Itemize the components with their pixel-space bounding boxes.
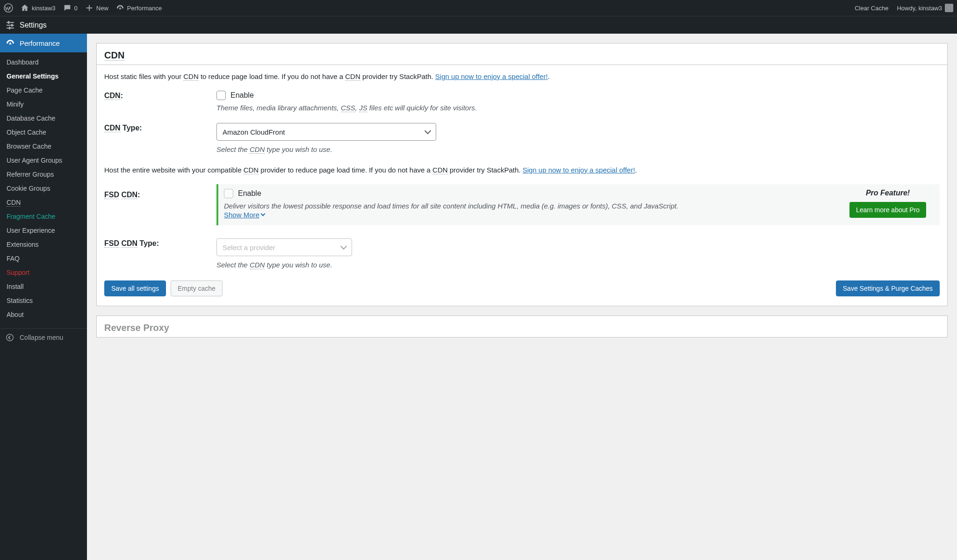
sidebar-item[interactable]: Database Cache	[0, 111, 87, 125]
cdn-panel: CDN Host static files with your CDN to r…	[96, 43, 948, 306]
sidebar-item[interactable]: Cookie Groups	[0, 181, 87, 195]
fsd-desc: Deliver visitors the lowest possible res…	[224, 201, 834, 211]
admin-bar-right: Clear Cache Howdy, kinstaw3	[855, 4, 953, 12]
cdn-enable-row: CDN: Enable Theme files, media library a…	[104, 91, 940, 113]
sidebar-item[interactable]: Browser Cache	[0, 139, 87, 153]
submenu: DashboardGeneral SettingsPage CacheMinif…	[0, 52, 87, 328]
learn-pro-button[interactable]: Learn more about Pro	[849, 202, 926, 218]
fsd-intro: Host the entire website with your compat…	[104, 165, 940, 176]
signup-link-2[interactable]: Sign up now to enjoy a special offer!	[523, 166, 635, 174]
perf-link[interactable]: Performance	[116, 4, 162, 12]
cdn-type-desc: Select the CDN type you wish to use.	[216, 144, 940, 155]
sidebar-item[interactable]: Statistics	[0, 294, 87, 308]
howdy-link[interactable]: Howdy, kinstaw3	[897, 4, 953, 12]
fsd-enable-checkbox	[224, 189, 233, 198]
pro-feature-box: Enable Deliver visitors the lowest possi…	[216, 184, 940, 226]
settings-bar: Settings	[0, 16, 957, 34]
wp-logo[interactable]	[4, 3, 13, 13]
sidebar-item[interactable]: Install	[0, 280, 87, 294]
sidebar-item[interactable]: Fragment Cache	[0, 209, 87, 223]
svg-rect-2	[7, 25, 14, 26]
menu-top-performance[interactable]: Performance	[0, 34, 87, 52]
sidebar-item[interactable]: General Settings	[0, 69, 87, 83]
save-purge-button[interactable]: Save Settings & Purge Caches	[836, 280, 940, 296]
collapse-menu[interactable]: Collapse menu	[0, 328, 87, 346]
cdn-enable-desc: Theme files, media library attachments, …	[216, 103, 940, 113]
fsd-enable-label: Enable	[238, 189, 261, 198]
content-area: CDN Host static files with your CDN to r…	[87, 34, 957, 560]
reverse-proxy-heading: Reverse Proxy	[104, 323, 940, 333]
chevron-down-icon	[340, 243, 347, 250]
collapse-icon	[6, 333, 14, 342]
sidebar-item[interactable]: Referrer Groups	[0, 167, 87, 181]
save-all-button[interactable]: Save all settings	[104, 280, 166, 296]
collapse-label: Collapse menu	[20, 334, 63, 341]
site-name: kinstaw3	[32, 5, 56, 12]
sidebar-item[interactable]: User Experience	[0, 223, 87, 237]
sidebar-item[interactable]: Page Cache	[0, 83, 87, 97]
plus-icon	[85, 4, 94, 12]
avatar	[945, 4, 953, 12]
svg-rect-4	[8, 21, 9, 24]
howdy-text: Howdy, kinstaw3	[897, 5, 942, 12]
fsd-type-row: FSD CDN Type: Select a provider Select t…	[104, 238, 940, 270]
admin-sidebar: Performance DashboardGeneral SettingsPag…	[0, 34, 87, 560]
admin-bar: kinstaw3 0 New Performance Clear Cache H…	[0, 0, 957, 16]
clear-cache-link[interactable]: Clear Cache	[855, 5, 888, 12]
sidebar-item[interactable]: User Agent Groups	[0, 153, 87, 167]
button-row: Save all settings Empty cache Save Setti…	[104, 280, 940, 296]
svg-rect-1	[7, 22, 14, 23]
cdn-heading: CDN	[97, 43, 947, 65]
home-icon	[21, 4, 29, 12]
svg-rect-5	[11, 24, 13, 27]
svg-point-7	[7, 334, 13, 341]
sidebar-item[interactable]: Support	[0, 266, 87, 280]
sidebar-item[interactable]: Minify	[0, 97, 87, 111]
chevron-down-icon	[260, 212, 265, 216]
gauge-icon	[116, 4, 124, 12]
comments-count: 0	[74, 5, 78, 12]
svg-rect-6	[9, 27, 10, 29]
site-link[interactable]: kinstaw3	[21, 4, 56, 12]
show-more-link[interactable]: Show More	[224, 211, 265, 219]
sidebar-item[interactable]: FAQ	[0, 251, 87, 266]
admin-bar-left: kinstaw3 0 New Performance	[4, 3, 855, 13]
fsd-cdn-row: FSD CDN: Enable Deliver visitors the low…	[104, 184, 940, 234]
cdn-intro: Host static files with your CDN to reduc…	[104, 72, 940, 82]
pro-title: Pro Feature!	[843, 189, 932, 197]
comment-icon	[63, 4, 72, 12]
settings-title: Settings	[20, 21, 47, 29]
new-link[interactable]: New	[85, 4, 108, 12]
cdn-heading-text: CDN	[104, 50, 124, 61]
fsd-type-select: Select a provider	[216, 238, 352, 256]
fsd-type-desc: Select the CDN type you wish to use.	[216, 260, 940, 270]
cdn-enable-label: Enable	[230, 91, 254, 100]
cdn-type-value: Amazon CloudFront	[223, 128, 285, 136]
gauge-icon	[6, 38, 15, 48]
sidebar-item[interactable]: Extensions	[0, 237, 87, 251]
reverse-proxy-panel: Reverse Proxy	[96, 316, 948, 337]
cdn-type-row: CDN Type: Amazon CloudFront Select the C…	[104, 123, 940, 155]
cdn-type-select[interactable]: Amazon CloudFront	[216, 123, 436, 141]
sidebar-item[interactable]: Object Cache	[0, 125, 87, 139]
comments-link[interactable]: 0	[63, 4, 78, 12]
chevron-down-icon	[425, 128, 431, 134]
sliders-icon	[6, 21, 15, 30]
signup-link-1[interactable]: Sign up now to enjoy a special offer!	[435, 72, 548, 80]
sidebar-item[interactable]: CDN	[0, 195, 87, 209]
new-label: New	[96, 5, 108, 12]
cdn-enable-checkbox[interactable]	[216, 91, 226, 100]
fsd-type-placeholder: Select a provider	[223, 244, 275, 251]
menu-top-label: Performance	[20, 39, 60, 47]
sidebar-item[interactable]: About	[0, 308, 87, 322]
empty-cache-button[interactable]: Empty cache	[171, 280, 223, 296]
sidebar-item[interactable]: Dashboard	[0, 55, 87, 69]
perf-label: Performance	[127, 5, 162, 12]
